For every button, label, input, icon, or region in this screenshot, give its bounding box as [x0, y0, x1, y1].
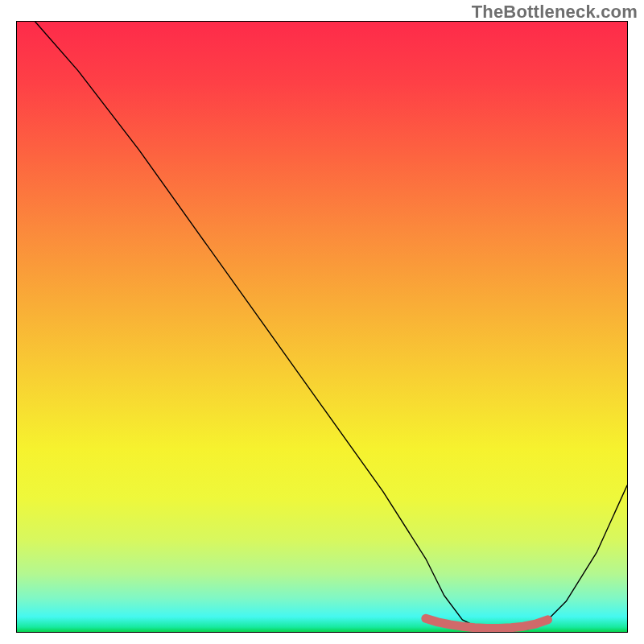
bottleneck-curve: [35, 22, 627, 632]
chart-root: TheBottleneck.com: [0, 0, 644, 644]
plot-svg: [17, 22, 627, 632]
optimal-range-highlight: [426, 618, 548, 628]
plot-frame: [16, 21, 628, 633]
watermark-text: TheBottleneck.com: [472, 2, 638, 23]
